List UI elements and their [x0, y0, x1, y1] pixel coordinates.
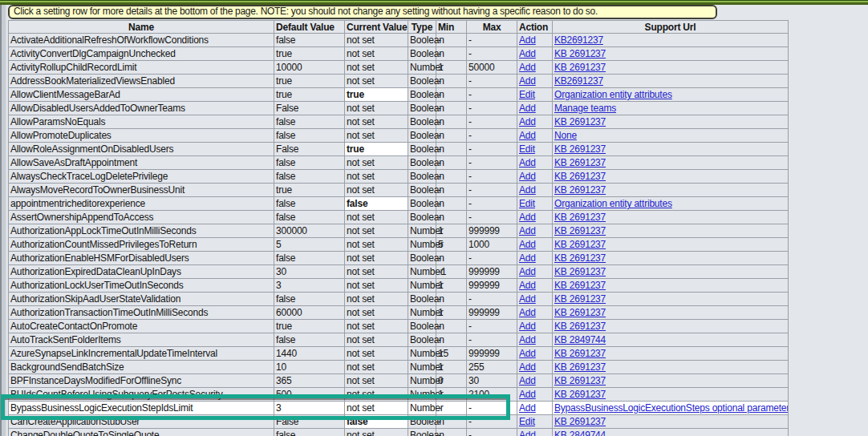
support-url-link[interactable]: KB 2691237 [554, 48, 606, 59]
action-cell: Add [517, 333, 553, 347]
support-url-cell: KB 2691237 [553, 184, 789, 197]
support-url-link[interactable]: KB 2691237 [554, 184, 606, 196]
min-cell: - [436, 129, 467, 143]
table-row[interactable]: AllowParamsNoEquals false not set Boolea… [9, 115, 789, 129]
table-row[interactable]: AllowPromoteDuplicates false not set Boo… [9, 129, 789, 143]
table-row[interactable]: AuthorizationAppLockTimeOutInMilliSecond… [9, 224, 789, 238]
action-link[interactable]: Add [519, 130, 536, 141]
action-link[interactable]: Add [519, 430, 536, 436]
support-url-link[interactable]: KB 2691237 [554, 416, 606, 427]
action-link[interactable]: Add [519, 307, 536, 318]
support-url-link[interactable]: KB 2691237 [554, 375, 606, 386]
action-link[interactable]: Add [519, 293, 536, 305]
action-link[interactable]: Add [519, 266, 536, 277]
type-cell: Number [408, 224, 436, 238]
table-row[interactable]: BPFInstanceDaysModifiedForOfflineSync 36… [9, 374, 789, 388]
table-row[interactable]: BUIdsCountBeforeUsingSubqueryForPostsSec… [9, 388, 789, 402]
action-link[interactable]: Add [519, 116, 536, 127]
action-link[interactable]: Add [519, 75, 536, 87]
type-cell: Boolean [408, 252, 436, 265]
support-url-link[interactable]: KB 2691237 [554, 280, 606, 291]
table-row[interactable]: AllowSaveAsDraftAppointment false not se… [9, 156, 789, 170]
table-row[interactable]: CanCreateApplicationStubUser False false… [9, 415, 789, 429]
table-row[interactable]: AllowRoleAssignmentOnDisabledUsers False… [9, 143, 789, 156]
table-row[interactable]: AddressBookMaterializedViewsEnabled true… [9, 75, 789, 88]
action-link[interactable]: Add [519, 225, 536, 236]
table-row[interactable]: ActivityRollupChildRecordLimit 10000 not… [9, 61, 789, 75]
action-link[interactable]: Add [519, 157, 536, 168]
action-link[interactable]: Edit [519, 416, 535, 427]
support-url-link[interactable]: Organization entity attributes [554, 198, 672, 209]
table-row[interactable]: AutoCreateContactOnPromote true not set … [9, 320, 789, 333]
support-url-link[interactable]: KB 2691237 [554, 116, 606, 127]
table-row[interactable]: AuthorizationSkipAadUserStateValidation … [9, 293, 789, 306]
table-row[interactable]: AzureSynapseLinkIncrementalUpdateTimeInt… [9, 347, 789, 361]
table-row[interactable]: AssertOwnershipAppendToAccess false not … [9, 211, 789, 224]
action-link[interactable]: Add [519, 321, 536, 332]
support-url-link[interactable]: KB 2691237 [554, 307, 606, 318]
table-row[interactable]: AuthorizationExpiredDataCleanUpInDays 30… [9, 265, 789, 279]
left-frame-strip [0, 5, 7, 436]
table-row[interactable]: AuthorizationLockUserTimeOutInSeconds 3 … [9, 279, 789, 293]
action-link[interactable]: Add [519, 48, 536, 59]
support-url-link[interactable]: KB 2849744 [554, 334, 606, 345]
support-url-link[interactable]: KB 2691237 [554, 266, 606, 277]
support-url-link[interactable]: KB 2691237 [554, 348, 606, 359]
action-link[interactable]: Add [519, 375, 536, 386]
table-row[interactable]: AuthorizationCountMissedPrivilegesToRetu… [9, 238, 789, 252]
support-url-link[interactable]: KB 2691237 [554, 252, 606, 264]
min-cell: 1 [436, 388, 467, 402]
support-url-link[interactable]: Manage teams [554, 103, 616, 114]
table-row[interactable]: AuthorizationEnableHSMForDisabledUsers f… [9, 252, 789, 265]
support-url-link[interactable]: KB 2691237 [554, 171, 606, 182]
action-link[interactable]: Add [519, 184, 536, 196]
table-row[interactable]: ActivateAdditionalRefreshOfWorkflowCondi… [9, 34, 789, 47]
table-row[interactable]: AlwaysMoveRecordToOwnerBusinessUnit true… [9, 184, 789, 197]
action-link[interactable]: Edit [519, 198, 535, 209]
table-row[interactable]: AllowClientMessageBarAd true true Boolea… [9, 88, 789, 102]
support-url-link[interactable]: KB 2691237 [554, 239, 606, 250]
table-row[interactable]: AlwaysCheckTraceLogDeletePrivilege false… [9, 170, 789, 184]
support-url-link[interactable]: KB 2691237 [554, 389, 606, 400]
action-link[interactable]: Add [519, 402, 536, 414]
support-url-link[interactable]: KB 2691237 [554, 225, 606, 236]
support-url-link[interactable]: KB 2691237 [554, 62, 606, 73]
action-link[interactable]: Add [519, 239, 536, 250]
table-row[interactable]: AutoTrackSentFolderItems false not set B… [9, 333, 789, 347]
table-row[interactable]: ChangeDoubleQuoteToSingleQuote false not… [9, 429, 789, 436]
support-url-link[interactable]: KB 2691237 [554, 361, 606, 373]
action-link[interactable]: Add [519, 62, 536, 73]
support-url-link[interactable]: KB2691237 [554, 75, 603, 87]
action-link[interactable]: Add [519, 361, 536, 373]
support-url-link[interactable]: None [554, 130, 577, 141]
action-link[interactable]: Add [519, 252, 536, 264]
action-link[interactable]: Edit [519, 89, 535, 100]
support-url-link[interactable]: KB 2691237 [554, 212, 606, 223]
action-link[interactable]: Add [519, 171, 536, 182]
action-link[interactable]: Add [519, 212, 536, 223]
current-value-cell: not set [345, 374, 408, 388]
action-link[interactable]: Add [519, 103, 536, 114]
action-link[interactable]: Add [519, 334, 536, 345]
action-link[interactable]: Add [519, 348, 536, 359]
table-row[interactable]: AllowDisabledUsersAddedToOwnerTeams Fals… [9, 102, 789, 115]
support-url-link[interactable]: KB 2691237 [554, 157, 606, 168]
table-row[interactable]: BackgroundSendBatchSize 10 not set Numbe… [9, 361, 789, 374]
support-url-link[interactable]: BypassBusinessLogicExecutionSteps option… [554, 402, 789, 414]
table-row[interactable]: ActivityConvertDlgCampaignUnchecked true… [9, 47, 789, 61]
action-link[interactable]: Add [519, 280, 536, 291]
current-value-cell: not set [345, 347, 408, 361]
support-url-link[interactable]: KB2691237 [554, 34, 603, 46]
action-link[interactable]: Edit [519, 143, 535, 155]
support-url-link[interactable]: KB 2849744 [554, 430, 606, 436]
support-url-link[interactable]: KB 2691237 [554, 143, 606, 155]
table-row[interactable]: BypassBusinessLogicExecutionStepIdsLimit… [9, 402, 789, 415]
action-cell: Edit [517, 143, 553, 156]
support-url-link[interactable]: KB 2691237 [554, 321, 606, 332]
support-url-link[interactable]: KB 2691237 [554, 293, 606, 305]
action-link[interactable]: Add [519, 389, 536, 400]
table-row[interactable]: appointmentricheditorexperience false fa… [9, 197, 789, 211]
support-url-link[interactable]: Organization entity attributes [554, 89, 672, 100]
action-link[interactable]: Add [519, 34, 536, 46]
table-row[interactable]: AuthorizationTransactionTimeOutInMilliSe… [9, 306, 789, 320]
